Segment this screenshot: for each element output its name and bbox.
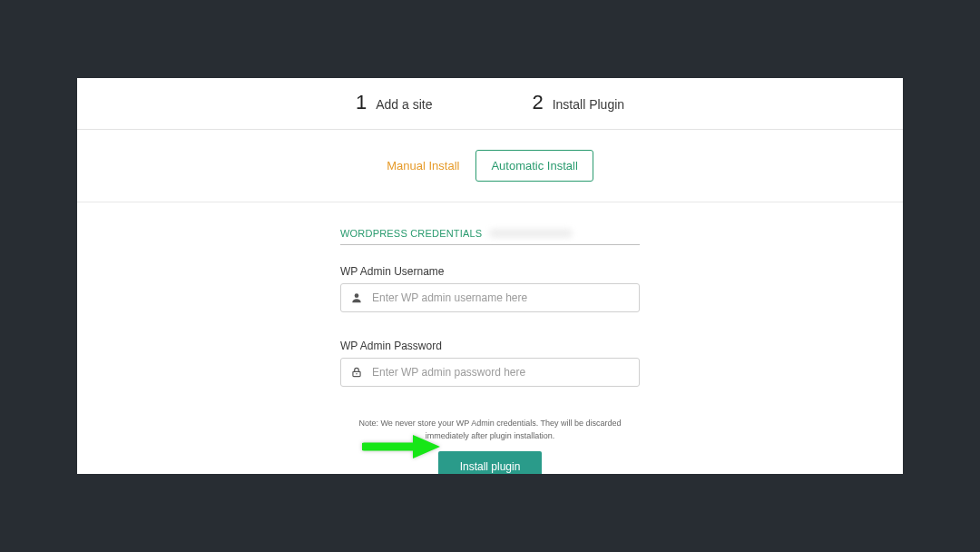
step-label: Install Plugin <box>553 97 624 112</box>
credentials-header: WORDPRESS CREDENTIALS <box>340 228 482 239</box>
svg-point-2 <box>356 373 358 375</box>
install-plugin-panel: 1 Add a site 2 Install Plugin Manual Ins… <box>77 78 903 474</box>
svg-point-0 <box>355 293 359 298</box>
lock-icon <box>350 366 363 379</box>
user-icon <box>350 291 363 304</box>
install-mode-tabs: Manual Install Automatic Install <box>77 130 903 202</box>
username-input[interactable] <box>372 291 630 304</box>
credentials-form: WORDPRESS CREDENTIALS WP Admin Username … <box>340 228 640 387</box>
install-plugin-button[interactable]: Install plugin <box>438 451 543 474</box>
password-input-wrap[interactable] <box>340 358 640 387</box>
password-label: WP Admin Password <box>340 340 640 352</box>
stepper: 1 Add a site 2 Install Plugin <box>77 78 903 130</box>
step-number: 1 <box>356 91 367 114</box>
step-add-site: 1 Add a site <box>356 91 433 114</box>
step-number: 2 <box>532 91 543 114</box>
tab-manual-install[interactable]: Manual Install <box>387 159 459 172</box>
username-label: WP Admin Username <box>340 265 640 278</box>
credentials-url-redacted <box>489 229 573 238</box>
step-label: Add a site <box>376 97 432 112</box>
password-field-group: WP Admin Password <box>340 340 640 387</box>
password-input[interactable] <box>372 366 630 379</box>
credentials-note: Note: We never store your WP Admin crede… <box>345 418 635 442</box>
step-install-plugin: 2 Install Plugin <box>532 91 624 114</box>
credentials-header-row: WORDPRESS CREDENTIALS <box>340 228 640 245</box>
username-field-group: WP Admin Username <box>340 265 640 312</box>
username-input-wrap[interactable] <box>340 283 640 312</box>
tab-automatic-install[interactable]: Automatic Install <box>475 150 593 182</box>
